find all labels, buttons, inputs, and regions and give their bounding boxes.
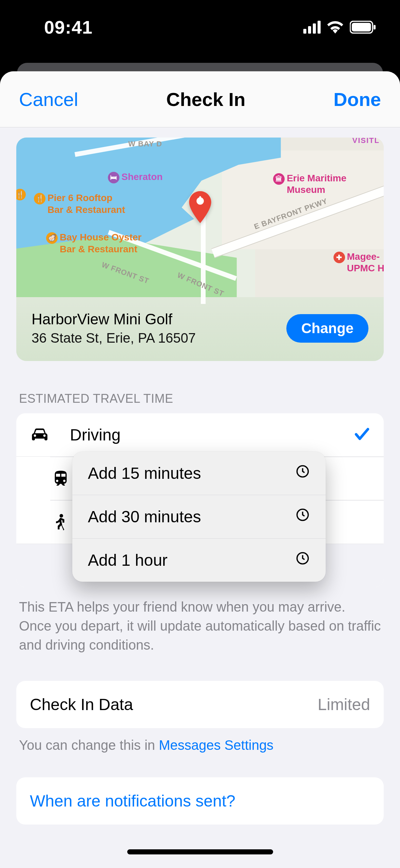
walk-icon bbox=[50, 513, 71, 532]
add-time-option-15[interactable]: Add 15 minutes bbox=[72, 452, 326, 495]
messages-settings-link[interactable]: Messages Settings bbox=[159, 738, 273, 753]
restaurant-icon: 🍴 bbox=[16, 189, 26, 200]
train-icon bbox=[50, 469, 71, 488]
sheet-header: Cancel Check In Done bbox=[0, 71, 400, 127]
done-button[interactable]: Done bbox=[331, 88, 383, 111]
svg-rect-2 bbox=[374, 25, 376, 30]
status-bar: 09:41 bbox=[0, 0, 400, 54]
popover-item-label: Add 15 minutes bbox=[88, 464, 201, 483]
map-poi-bayhouse: 🦪Bay House Oyster Bar & Restaurant bbox=[46, 232, 141, 255]
car-icon bbox=[29, 426, 50, 445]
destination-address: 36 State St, Erie, PA 16507 bbox=[32, 330, 196, 346]
add-time-option-60[interactable]: Add 1 hour bbox=[72, 538, 326, 582]
map-poi-visit: VISITL bbox=[353, 138, 380, 145]
restaurant-icon: 🦪 bbox=[46, 232, 58, 244]
map-poi-edge: 🍴 bbox=[16, 188, 28, 200]
add-time-popover: Add 15 minutes Add 30 minutes Add 1 hour bbox=[72, 452, 326, 582]
cellular-icon bbox=[303, 21, 321, 34]
change-destination-button[interactable]: Change bbox=[286, 314, 368, 343]
hospital-icon: ✚ bbox=[334, 252, 345, 263]
map-poi-pier6: 🍴Pier 6 Rooftop Bar & Restaurant bbox=[34, 193, 125, 215]
museum-icon: 🏛 bbox=[273, 173, 285, 185]
map-poi-magee: ✚Magee- UPMC H bbox=[334, 252, 384, 274]
cancel-button[interactable]: Cancel bbox=[17, 88, 80, 111]
map-view[interactable]: W BAY D E BAYFRONT PKWY W FRONT ST W FRO… bbox=[16, 138, 384, 297]
status-time: 09:41 bbox=[44, 17, 93, 38]
travel-mode-driving[interactable]: Driving bbox=[16, 413, 384, 457]
map-road-label: W BAY D bbox=[128, 140, 162, 148]
restaurant-icon: 🍴 bbox=[34, 193, 45, 204]
notifications-info-link[interactable]: When are notifications sent? bbox=[16, 777, 384, 825]
clock-icon bbox=[295, 507, 310, 526]
travel-mode-label: Driving bbox=[70, 426, 353, 444]
checkin-data-label: Check In Data bbox=[30, 695, 133, 714]
travel-note: This ETA helps your friend know when you… bbox=[16, 587, 384, 654]
destination-card: W BAY D E BAYFRONT PKWY W FRONT ST W FRO… bbox=[16, 138, 384, 361]
popover-item-label: Add 30 minutes bbox=[88, 507, 201, 526]
status-indicators bbox=[303, 21, 376, 34]
svg-point-5 bbox=[60, 514, 63, 518]
checkin-data-note: You can change this in Messages Settings bbox=[16, 728, 384, 753]
checkmark-icon bbox=[353, 426, 371, 445]
home-indicator[interactable] bbox=[127, 849, 273, 854]
sheet-title: Check In bbox=[166, 88, 245, 110]
travel-section-header: ESTIMATED TRAVEL TIME bbox=[16, 392, 384, 413]
destination-name: HarborView Mini Golf bbox=[32, 311, 196, 328]
hotel-icon: 🛏 bbox=[108, 172, 119, 183]
destination-footer: HarborView Mini Golf 36 State St, Erie, … bbox=[16, 297, 384, 361]
add-time-option-30[interactable]: Add 30 minutes bbox=[72, 495, 326, 538]
clock-icon bbox=[295, 464, 310, 483]
destination-text: HarborView Mini Golf 36 State St, Erie, … bbox=[32, 311, 196, 346]
map-poi-maritime: 🏛Erie Maritime Museum bbox=[273, 173, 346, 195]
svg-rect-1 bbox=[352, 23, 371, 31]
checkin-data-row[interactable]: Check In Data Limited bbox=[16, 681, 384, 728]
svg-rect-4 bbox=[199, 196, 201, 201]
map-pin-icon bbox=[188, 191, 213, 223]
battery-icon bbox=[350, 21, 376, 34]
clock-icon bbox=[295, 551, 310, 569]
checkin-data-value: Limited bbox=[318, 695, 370, 714]
wifi-icon bbox=[327, 21, 344, 34]
map-poi-sheraton: 🛏Sheraton bbox=[108, 171, 163, 183]
popover-item-label: Add 1 hour bbox=[88, 551, 168, 569]
